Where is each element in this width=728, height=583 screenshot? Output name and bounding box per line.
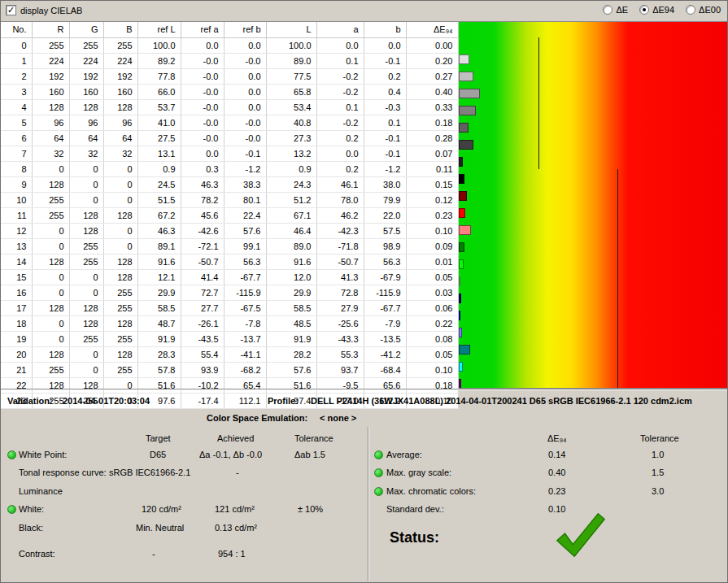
table-cell: 89.1	[137, 239, 181, 255]
table-cell: 64	[32, 131, 69, 146]
table-cell: 89.0	[266, 239, 316, 255]
column-header[interactable]: G	[69, 22, 103, 38]
chart-header-spacer	[459, 22, 728, 37]
chromatic-tolerance-line	[617, 169, 618, 388]
table-row[interactable]: 1125512812867.245.622.467.146.222.00.23	[1, 208, 458, 224]
column-header[interactable]: ref L	[137, 22, 181, 38]
table-row[interactable]: 91280024.546.338.324.346.138.00.15	[1, 177, 458, 193]
table-row[interactable]: 20128012828.355.4-41.128.255.3-41.20.05	[1, 347, 458, 363]
table-cell: 13.2	[266, 146, 316, 162]
table-cell: 66.0	[137, 85, 181, 100]
table-cell: 128	[103, 316, 137, 332]
table-row[interactable]: 18012812848.7-26.1-7.848.5-25.6-7.90.22	[1, 316, 458, 332]
pass-indicator	[7, 450, 16, 459]
table-cell: 0.10	[406, 363, 458, 378]
table-cell: 0.4	[364, 85, 406, 100]
table-row[interactable]: 316016016066.0-0.00.065.8-0.20.40.40	[1, 85, 458, 100]
chart-row	[459, 242, 728, 257]
table-cell: 0	[32, 285, 69, 301]
table-cell: 0.1	[316, 54, 364, 69]
table-cell: 255	[69, 239, 103, 255]
table-cell: 27.9	[316, 301, 364, 316]
table-cell: -50.7	[181, 255, 224, 270]
table-cell: -115.9	[364, 285, 406, 301]
table-cell: 0.15	[406, 177, 458, 193]
table-row[interactable]: 732323213.10.0-0.113.20.0-0.10.07	[1, 146, 458, 162]
column-header[interactable]: R	[32, 22, 69, 38]
column-header[interactable]: L	[266, 22, 316, 38]
table-row[interactable]: 80000.90.3-1.20.90.2-1.20.11	[1, 162, 458, 177]
table-cell: 255	[103, 301, 137, 316]
table-row[interactable]: 664646427.5-0.0-0.027.30.2-0.10.28	[1, 131, 458, 146]
display-cielab-checkbox[interactable]: ✓ display CIELAB	[6, 5, 82, 15]
table-body: 0255255255100.00.00.0100.00.00.00.001224…	[1, 38, 458, 409]
checkbox-icon[interactable]: ✓	[6, 5, 16, 15]
table-cell: 160	[103, 85, 137, 100]
table-row[interactable]: 102550051.578.280.151.278.079.90.12	[1, 193, 458, 208]
table-cell: 56.3	[224, 255, 266, 270]
column-header[interactable]: ΔE₉₄	[406, 22, 458, 38]
table-cell: 0	[69, 193, 103, 208]
table-cell: 24.5	[137, 177, 181, 193]
table-row[interactable]: 122422422489.2-0.0-0.089.00.1-0.10.20	[1, 54, 458, 69]
table-cell: 128	[69, 208, 103, 224]
radio-icon	[686, 5, 695, 15]
table-cell: -0.1	[224, 146, 266, 162]
col-header-achieved: Achieved	[217, 433, 254, 443]
table-cell: 128	[32, 177, 69, 193]
table-cell: -0.0	[181, 54, 224, 69]
white-achieved: 121 cd/m²	[215, 504, 255, 514]
table-cell: 46.1	[316, 177, 364, 193]
table-cell: 3	[1, 85, 32, 100]
table-cell: 53.7	[137, 100, 181, 115]
table-cell: 9	[1, 177, 32, 193]
table-cell: 29.9	[137, 285, 181, 301]
table-row[interactable]: 19025525591.9-43.5-13.791.9-43.3-13.50.0…	[1, 332, 458, 347]
table-row[interactable]: 412812812853.7-0.00.053.40.1-0.30.33	[1, 100, 458, 115]
radio-delta-e94[interactable]: ΔE94	[639, 5, 674, 15]
table-cell: 99.1	[224, 239, 266, 255]
black-achieved: 0.13 cd/m²	[215, 523, 257, 533]
emulation-value: < none >	[320, 413, 356, 423]
chart-row	[459, 72, 728, 86]
table-cell: 0.18	[406, 115, 458, 131]
table-row[interactable]: 160025529.972.7-115.929.972.8-115.90.03	[1, 285, 458, 301]
table-cell: 22.4	[224, 208, 266, 224]
delta-e-bar	[459, 140, 473, 150]
table-cell: 77.5	[266, 69, 316, 85]
table-cell: -1.2	[364, 162, 406, 177]
table-cell: -42.3	[316, 224, 364, 239]
column-header[interactable]: No.	[1, 22, 32, 38]
table-row[interactable]: 21255025557.893.9-68.257.693.7-68.40.10	[1, 363, 458, 378]
table-row[interactable]: 1412825512891.6-50.756.391.6-50.756.30.0…	[1, 255, 458, 270]
column-header[interactable]: ref b	[224, 22, 266, 38]
table-row[interactable]: 1712812825558.527.7-67.558.527.9-67.70.0…	[1, 301, 458, 316]
table-cell: 0.0	[181, 146, 224, 162]
contrast-target: -	[152, 549, 155, 559]
table-row[interactable]: 596969641.0-0.0-0.040.8-0.20.10.18	[1, 115, 458, 131]
table-cell: 0.0	[224, 69, 266, 85]
table-cell: 91.9	[266, 332, 316, 347]
table-cell: 160	[32, 85, 69, 100]
pass-indicator	[374, 450, 383, 459]
table-row[interactable]: 120128046.3-42.657.646.4-42.357.50.10	[1, 224, 458, 239]
max-gray-value: 0.40	[548, 468, 565, 477]
column-header[interactable]: b	[364, 22, 406, 38]
table-row[interactable]: 219219219277.8-0.00.077.5-0.20.20.27	[1, 69, 458, 85]
chart-row	[459, 379, 728, 388]
radio-delta-e00[interactable]: ΔE00	[686, 5, 721, 15]
table-cell: 0.0	[364, 38, 406, 54]
radio-delta-e[interactable]: ΔE	[603, 5, 628, 15]
table-row[interactable]: 130255089.1-72.199.189.0-71.898.90.09	[1, 239, 458, 255]
table-cell: 0.0	[316, 38, 364, 54]
column-header[interactable]: B	[103, 22, 137, 38]
table-cell: 128	[32, 347, 69, 363]
table-row[interactable]: 150012812.141.4-67.712.041.3-67.90.05	[1, 270, 458, 285]
radio-icon	[603, 5, 612, 15]
table-cell: 27.3	[266, 131, 316, 146]
column-header[interactable]: ref a	[181, 22, 224, 38]
table-row[interactable]: 0255255255100.00.00.0100.00.00.00.00	[1, 38, 458, 54]
col-header-tolerance-right: Tolerance	[640, 433, 679, 443]
column-header[interactable]: a	[316, 22, 364, 38]
table-cell: 29.9	[266, 285, 316, 301]
